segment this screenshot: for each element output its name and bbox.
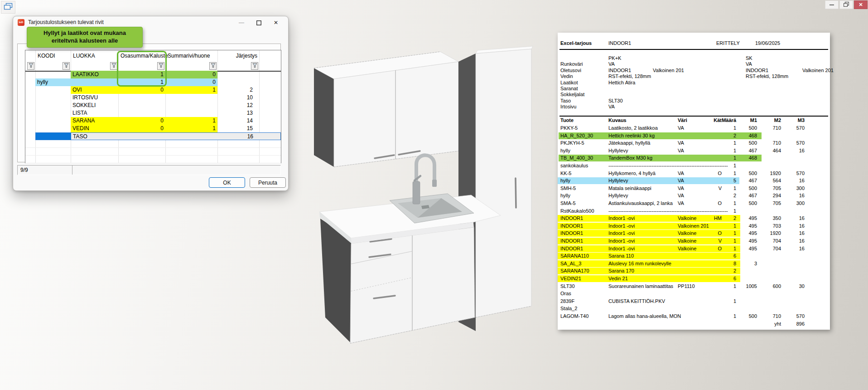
report-cell-tuote: SARANA170 xyxy=(560,268,608,274)
table-row[interactable]: SOKKELI12 xyxy=(25,102,281,109)
cell-luokka[interactable]: LAATIKKO xyxy=(71,71,118,78)
filter-funnel-button[interactable] xyxy=(209,62,217,70)
report-row: RstKaukalo500---------------------------… xyxy=(558,208,830,215)
cell-luokka[interactable]: IRTOSIVU xyxy=(71,94,118,102)
table-row[interactable]: IRTOSIVU10 xyxy=(25,94,281,102)
cell-summarivi[interactable] xyxy=(165,102,217,109)
restore-icon xyxy=(844,2,849,8)
table-row[interactable]: OVI012 xyxy=(25,86,281,94)
cell-luokka[interactable] xyxy=(71,78,118,86)
cell-summarivi[interactable]: 1 xyxy=(165,117,217,125)
table-row[interactable]: SARANA0114 xyxy=(25,117,281,125)
header-koodi[interactable]: KOODI xyxy=(38,53,55,59)
report-date: 19/06/2025 xyxy=(755,40,780,46)
report-cell-kuvaus: ----------------------------------------… xyxy=(608,162,677,169)
report-cell-m1: 467 xyxy=(739,147,757,154)
close-button[interactable]: ✕ xyxy=(854,0,868,9)
cell-osasumma[interactable]: 0 xyxy=(118,117,165,125)
cell-jarjestys[interactable]: 14 xyxy=(217,117,259,125)
report-cell-kuvaus: Vedin 21 xyxy=(608,275,677,282)
filter-funnel-button[interactable] xyxy=(27,62,34,70)
header-jarjestys[interactable]: Järjestys xyxy=(217,53,257,59)
report-cell-kuvaus: Indoor1 -ovi xyxy=(608,215,677,222)
filter-funnel-button[interactable] xyxy=(110,62,117,70)
header-luokka[interactable]: LUOKKA xyxy=(73,53,95,59)
cell-summarivi[interactable]: 0 xyxy=(165,78,217,86)
cell-summarivi[interactable] xyxy=(165,109,217,117)
cell-luokka[interactable]: OVI xyxy=(71,86,118,94)
desktop: ✕ xyxy=(0,0,868,390)
cell-osasumma[interactable] xyxy=(118,94,165,102)
cancel-button[interactable]: Peruuta xyxy=(250,177,286,188)
cell-jarjestys[interactable]: 10 xyxy=(217,94,259,102)
report-cell-maara: 6 xyxy=(720,275,736,282)
cell-jarjestys[interactable]: 12 xyxy=(217,102,259,109)
cell-koodi[interactable] xyxy=(35,125,71,132)
table-row[interactable]: LAATIKKO10 xyxy=(25,71,281,78)
cell-summarivi[interactable] xyxy=(165,94,217,102)
header-osasumma[interactable]: Osasumma/Kaluste xyxy=(121,53,168,59)
table-row[interactable]: LISTA13 xyxy=(25,109,281,117)
dialog-maximize-icon[interactable] xyxy=(250,18,267,27)
report-cell-m1: 495 xyxy=(739,215,757,222)
cell-summarivi[interactable]: 1 xyxy=(165,86,217,94)
info-label: Oletusovi xyxy=(560,68,581,73)
cell-jarjestys[interactable]: 2 xyxy=(217,86,259,94)
cell-koodi[interactable] xyxy=(36,133,71,140)
ok-button[interactable]: OK xyxy=(209,177,245,188)
table-row[interactable]: hylly10 xyxy=(25,78,281,86)
cell-osasumma[interactable]: 0 xyxy=(118,125,165,132)
filter-funnel-button[interactable] xyxy=(157,62,164,70)
cell-jarjestys[interactable] xyxy=(217,71,259,78)
cascade-windows-button[interactable] xyxy=(1,1,15,14)
report-cell-m1: 468 xyxy=(739,132,757,139)
report-cell-m3: 570 xyxy=(784,170,805,177)
cell-osasumma[interactable]: 1 xyxy=(118,78,165,86)
cell-luokka[interactable]: TASO xyxy=(71,133,119,141)
cell-osasumma[interactable] xyxy=(119,133,166,141)
cell-koodi[interactable] xyxy=(35,109,71,117)
cell-koodi[interactable] xyxy=(35,86,71,94)
cell-osasumma[interactable]: 1 xyxy=(118,71,165,78)
filter-funnel-button[interactable] xyxy=(63,62,70,70)
cell-koodi[interactable]: hylly xyxy=(35,78,71,86)
cell-jarjestys[interactable]: 15 xyxy=(217,125,259,132)
info-label: Sokkeljalat xyxy=(560,92,584,97)
table-row[interactable]: TASO16 xyxy=(35,132,281,140)
report-cell-tuote: INDOOR1 xyxy=(560,238,608,244)
report-cell-m1: 500 xyxy=(739,140,757,146)
report-cell-maara: 2 xyxy=(720,132,736,139)
report-cell-kuvaus: Indoor1 -ovi xyxy=(608,230,677,237)
cell-luokka[interactable]: SARANA xyxy=(71,117,118,125)
cell-koodi[interactable] xyxy=(35,94,71,102)
report-cell-maara: 1 xyxy=(720,185,736,192)
info-label: Runkoväri xyxy=(560,61,583,67)
dialog-close-icon[interactable]: ✕ xyxy=(267,18,285,27)
cell-osasumma[interactable] xyxy=(118,102,165,109)
cell-summarivi[interactable]: 1 xyxy=(165,125,217,132)
cell-koodi[interactable] xyxy=(35,71,71,78)
cell-summarivi[interactable]: 0 xyxy=(165,71,217,78)
cell-osasumma[interactable]: 0 xyxy=(118,86,165,94)
header-summarivi[interactable]: Summarivi/huone xyxy=(168,53,210,59)
cell-jarjestys[interactable] xyxy=(217,78,259,86)
restore-button[interactable] xyxy=(839,0,853,9)
report-cell-m2: yht xyxy=(760,321,781,327)
report-cell-kuvaus: Hettich reelinki 30 kg xyxy=(608,132,677,139)
cell-luokka[interactable]: LISTA xyxy=(71,109,118,117)
cell-jarjestys[interactable]: 13 xyxy=(217,109,259,117)
cell-koodi[interactable] xyxy=(35,102,71,109)
report-cell-m2: 704 xyxy=(760,238,781,244)
minimize-button[interactable] xyxy=(825,0,839,9)
filter-funnel-button[interactable] xyxy=(251,62,258,70)
cell-osasumma[interactable] xyxy=(118,109,165,117)
cell-luokka[interactable]: SOKKELI xyxy=(71,102,118,109)
cell-summarivi[interactable] xyxy=(166,133,218,141)
dialog-minimize-icon[interactable]: — xyxy=(233,18,250,27)
info-v1: RST-efekti, 128mm xyxy=(608,73,651,79)
cell-jarjestys[interactable]: 16 xyxy=(218,133,260,141)
cell-koodi[interactable] xyxy=(35,117,71,125)
cell-luokka[interactable]: VEDIN xyxy=(71,125,118,132)
report-cell-vari: VA xyxy=(678,125,710,132)
table-row[interactable]: VEDIN0115 xyxy=(25,125,281,132)
